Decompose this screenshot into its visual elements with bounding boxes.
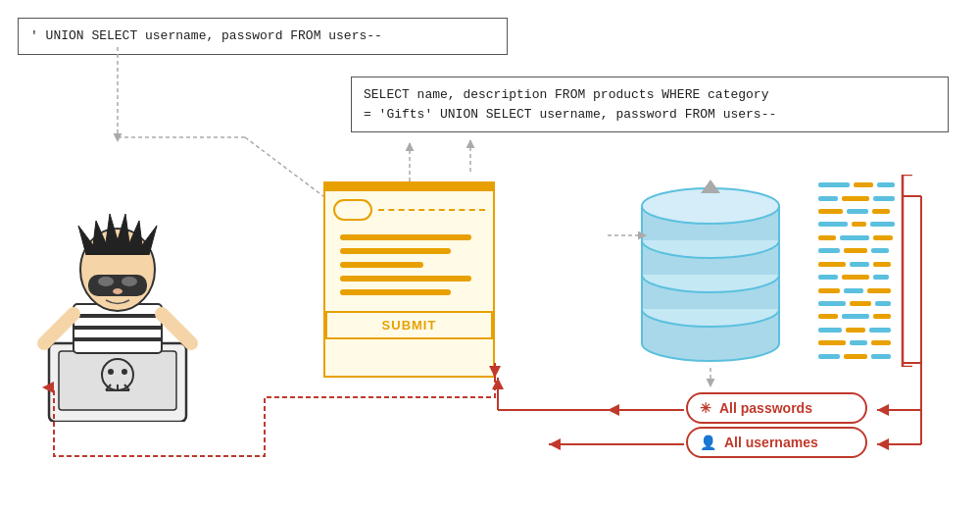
svg-point-36 (642, 188, 779, 224)
svg-point-15 (98, 277, 114, 286)
sql-text-1: ' UNION SELECT username, password FROM u… (30, 28, 382, 43)
sql-injection-box-2: SELECT name, description FROM products W… (351, 77, 949, 132)
all-passwords-label: ✳ All passwords (686, 392, 867, 424)
svg-marker-37 (701, 180, 720, 193)
svg-point-16 (122, 277, 137, 286)
form-line-5 (340, 289, 451, 295)
svg-point-3 (108, 369, 114, 375)
svg-line-18 (44, 314, 74, 343)
svg-point-4 (122, 369, 127, 375)
form-url-bar (325, 191, 493, 225)
svg-point-17 (113, 288, 122, 294)
sql-text-2-line2: = 'Gifts' UNION SELECT username, passwor… (364, 107, 776, 122)
submit-button[interactable]: SUBMIT (325, 311, 493, 339)
form-dashes (378, 209, 485, 211)
sql-injection-box-1: ' UNION SELECT username, password FROM u… (18, 18, 508, 55)
passwords-text: All passwords (719, 400, 812, 416)
form-line-2 (340, 248, 451, 254)
form-lines (325, 225, 493, 305)
all-usernames-label: 👤 All usernames (686, 427, 867, 458)
form-line-4 (340, 276, 471, 282)
web-form: SUBMIT (323, 181, 495, 378)
database-figure (608, 172, 813, 368)
form-oval (333, 199, 372, 221)
password-icon: ✳ (700, 400, 711, 416)
usernames-text: All usernames (724, 435, 818, 450)
hacker-figure (20, 128, 216, 422)
form-line-3 (340, 262, 423, 268)
svg-line-41 (245, 137, 323, 196)
form-top-bar (325, 183, 493, 191)
red-bracket (898, 175, 915, 367)
user-icon: 👤 (700, 435, 716, 450)
svg-line-19 (162, 314, 191, 343)
form-line-1 (340, 234, 471, 240)
sql-text-2-line1: SELECT name, description FROM products W… (364, 87, 768, 102)
data-lines (818, 175, 897, 367)
